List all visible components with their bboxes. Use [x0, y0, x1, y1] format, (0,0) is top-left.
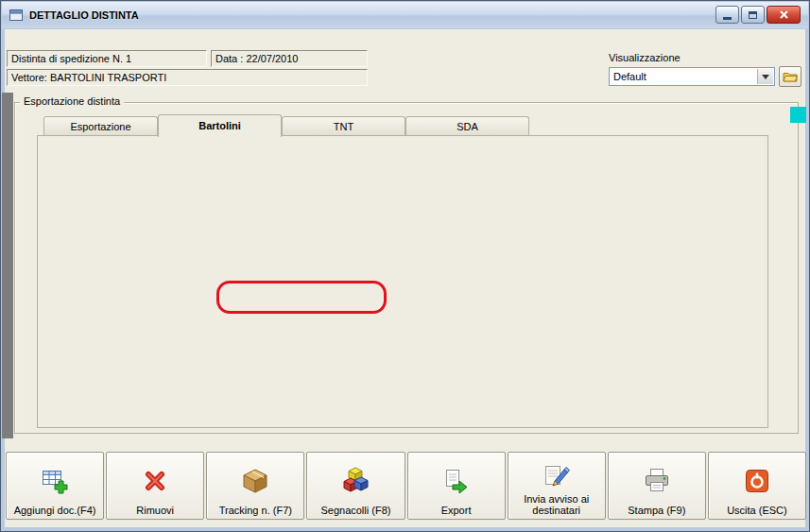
export-groupbox-title: Esportazione distinta	[20, 95, 124, 107]
stampa-button[interactable]: Stampa (F9)	[608, 452, 706, 520]
toolbar-button-label: Stampa (F9)	[628, 505, 685, 516]
data-info-box: Data : 22/07/2010	[211, 50, 368, 67]
app-icon	[9, 8, 24, 23]
power-exit-icon	[743, 467, 771, 495]
close-button[interactable]	[767, 6, 801, 24]
toolbar-button-label: Rimuovi	[136, 505, 174, 516]
cubes-icon	[341, 467, 370, 495]
toolbar-button-label: Segnacolli (F8)	[320, 505, 390, 516]
dialog-client-area: Distinta di spedizione N. 1 Data : 22/07…	[5, 29, 805, 527]
uscita-button[interactable]: Uscita (ESC)	[708, 452, 806, 520]
toolbar-button-label: Uscita (ESC)	[727, 505, 787, 516]
bottom-toolbar: Aggiungi doc.(F4) Rimuovi	[5, 452, 807, 520]
mdi-background-strip	[2, 93, 13, 438]
distinta-info-box: Distinta di spedizione N. 1	[7, 50, 207, 67]
window-title: DETTAGLIO DISTINTA	[29, 9, 139, 21]
visualizzazione-value: Default	[613, 71, 646, 82]
visualizzazione-label: Visualizzazione	[609, 52, 681, 63]
folder-icon	[783, 69, 798, 84]
toolbar-button-label: Export	[441, 505, 472, 516]
dialog-window: DETTAGLIO DISTINTA Distinta di spedizion…	[0, 0, 810, 532]
vettore-info-box: Vettore: BARTOLINI TRASPORTI	[7, 69, 368, 86]
chevron-down-icon	[762, 75, 769, 79]
package-icon	[241, 467, 269, 495]
invia-avviso-button[interactable]: Invia avviso ai destinatari	[508, 452, 606, 520]
maximize-button[interactable]	[741, 6, 765, 24]
folder-button[interactable]	[779, 66, 801, 87]
toolbar-button-label: Aggiungi doc.(F4)	[14, 505, 96, 516]
segnacolli-button[interactable]: Segnacolli (F8)	[306, 452, 405, 520]
tab-sda[interactable]: SDA	[405, 116, 529, 135]
visualizzazione-select[interactable]: Default	[609, 67, 775, 86]
title-bar[interactable]: DETTAGLIO DISTINTA	[2, 2, 808, 28]
tab-tnt[interactable]: TNT	[282, 116, 405, 135]
aggiungi-doc-button[interactable]: Aggiungi doc.(F4)	[6, 452, 104, 520]
rimuovi-button[interactable]: Rimuovi	[106, 452, 204, 520]
background-selection-fragment	[790, 107, 806, 123]
toolbar-button-label: Tracking n. (F7)	[219, 505, 292, 516]
combo-dropdown-button[interactable]	[757, 69, 773, 84]
tab-esportazione[interactable]: Esportazione	[43, 116, 158, 135]
pencil-letter-icon	[543, 461, 571, 489]
close-icon	[779, 9, 789, 20]
remove-x-icon	[141, 467, 169, 495]
minimize-button[interactable]	[715, 6, 739, 24]
toolbar-button-label: Invia avviso ai destinatari	[510, 493, 603, 516]
export-button[interactable]: Export	[407, 452, 506, 520]
table-add-icon	[41, 467, 69, 495]
tab-content-panel	[37, 135, 768, 428]
minimize-icon	[723, 17, 732, 20]
export-arrow-icon	[442, 467, 471, 495]
tab-bartolini[interactable]: Bartolini	[158, 114, 282, 137]
printer-icon	[643, 467, 671, 495]
maximize-icon	[749, 11, 757, 19]
tracking-button[interactable]: Tracking n. (F7)	[206, 452, 304, 520]
